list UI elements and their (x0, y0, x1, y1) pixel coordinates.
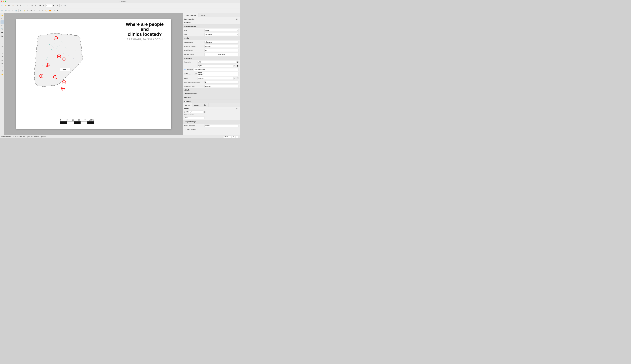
seg-right-input[interactable] (197, 64, 234, 67)
tab-items[interactable]: Items (198, 13, 207, 17)
fit-segment-radio[interactable] (184, 73, 186, 74)
add-arrow-tool[interactable]: ↗ (1, 55, 4, 58)
align-right-tool[interactable]: ⊤ (60, 9, 63, 12)
seg-height-spin[interactable]: ▲▼ (236, 77, 239, 80)
section-units[interactable]: ▼ Units (183, 36, 240, 40)
fit-input-1[interactable] (198, 72, 239, 74)
first-page-button[interactable]: ⏮ (39, 4, 42, 7)
last-page-button[interactable]: ⏭ (56, 4, 59, 7)
move-content-tool[interactable]: ⇱ (1, 24, 4, 27)
tab-item-properties[interactable]: Item Properties (183, 13, 198, 17)
tab-guides[interactable]: Guides (192, 103, 201, 107)
fixed-width-input[interactable] (194, 68, 239, 71)
pan2-tool[interactable]: ✋ (1, 73, 4, 76)
zoom-tool[interactable]: 🔍 (1, 27, 4, 30)
save-button[interactable]: 💾 (8, 4, 11, 7)
pan-tool[interactable]: ✋ (1, 14, 4, 17)
section-export-settings[interactable]: ▼ Export Settings (183, 120, 240, 124)
add-picture-tool[interactable]: 🖼 (1, 35, 4, 38)
seg-height-clear[interactable]: ✕ (234, 77, 236, 80)
layout-y-spin[interactable]: ▲▼ (203, 111, 205, 113)
zoom-full-tool[interactable]: ⬜ (8, 9, 11, 12)
add-legend-tool[interactable]: ≡ (1, 42, 4, 45)
add-scalebar-tool[interactable]: ⊣ (1, 45, 4, 48)
print-button[interactable]: 🖨 (16, 4, 19, 7)
raise-top-tool[interactable]: ⏫ (45, 9, 48, 12)
right-seg-sub-input[interactable] (204, 81, 239, 84)
export-image-button[interactable]: 🖼 (19, 4, 23, 7)
layout-y-input[interactable] (189, 110, 203, 114)
zoom-out-tool[interactable]: 🔎 (4, 9, 7, 12)
seg-left-input[interactable] (197, 61, 236, 64)
map-select[interactable]: Map 1 (204, 29, 239, 32)
seg-right-clear[interactable]: ✕ (234, 65, 236, 67)
map-region[interactable]: Map 1 (21, 26, 122, 114)
zoom-select-tool[interactable]: ⊞ (11, 9, 15, 12)
scalebar-units-select[interactable]: Kilometers (204, 41, 239, 44)
zoom-in-button[interactable]: 🔍 (64, 4, 67, 7)
ungroup-tool[interactable]: ▢ (33, 9, 37, 12)
edit-node-tool[interactable]: ⬡ (1, 69, 4, 72)
fit-segment-label[interactable]: Fit segment width (184, 73, 197, 75)
section-segments[interactable]: ▼ Segments (183, 56, 240, 60)
fixed-width-label[interactable]: Fixed width (184, 69, 193, 70)
add-html-tool[interactable]: </> (1, 65, 4, 68)
panel-close-icon[interactable]: ✕ (237, 18, 239, 20)
tab-layout[interactable]: Layout (183, 103, 192, 107)
maximize-button[interactable] (5, 1, 6, 2)
select2-tool[interactable]: ✥ (1, 20, 4, 24)
minimize-button[interactable] (3, 1, 4, 2)
label-unit-mult-input[interactable] (204, 45, 239, 48)
snap-tolerance-input[interactable] (184, 116, 205, 119)
sub-height-input[interactable] (204, 85, 239, 88)
fit-input-2[interactable] (198, 74, 239, 76)
lower-tool[interactable]: ⬇ (41, 9, 45, 12)
zoom-in-status[interactable]: + (232, 136, 235, 138)
fixed-width-radio[interactable] (184, 69, 186, 70)
panel-detach-icon[interactable]: ⊡ (236, 18, 237, 20)
refresh-tool[interactable]: 🔄 (15, 9, 18, 12)
layout-detach-icon[interactable]: ⊡ (236, 108, 237, 110)
redo-button[interactable]: ↪ (34, 4, 37, 7)
layout-close-icon[interactable]: ✕ (237, 108, 239, 110)
canvas-area[interactable]: Where are people and clinics located? RA… (4, 13, 183, 135)
zoom-out-status[interactable]: - (236, 136, 239, 138)
lower-bottom-tool[interactable]: ⏬ (48, 9, 52, 12)
seg-height-input[interactable] (197, 77, 234, 80)
seg-right-spin[interactable]: ▲▼ (236, 65, 239, 67)
saveas-button[interactable]: 📋 (11, 4, 15, 7)
align-center-tool[interactable]: ⊢ (56, 9, 59, 12)
zoom-input[interactable] (223, 136, 231, 138)
tab-atlas[interactable]: Atlas (201, 103, 208, 107)
print-raster-checkbox[interactable] (185, 129, 187, 130)
export-resolution-select[interactable]: 300 dpi (204, 124, 239, 127)
select-tool[interactable]: ↖ (1, 17, 4, 20)
open-button[interactable]: 📂 (4, 4, 7, 7)
customize-button[interactable]: Customize (204, 53, 239, 56)
lock-tool[interactable]: 🔒 (19, 9, 23, 12)
section-display[interactable]: ▶ Display (183, 88, 240, 92)
add-table-tool[interactable]: ⊞ (1, 62, 4, 65)
panel-scroll[interactable]: ▼ Main Properties Map Map 1 Style Single… (183, 24, 240, 135)
add-shape-tool[interactable]: □ (1, 52, 4, 55)
section-main-properties[interactable]: ▼ Main Properties (183, 24, 240, 28)
section-position-size[interactable]: ▶ Position and Size (183, 92, 240, 96)
add-north-tool[interactable]: ↑ (1, 48, 4, 52)
seg-left-spin[interactable]: ▲▼ (236, 61, 239, 63)
new-button[interactable]: 📄 (1, 4, 4, 7)
snap-spin[interactable]: ▲▼ (205, 117, 207, 119)
align-left-tool[interactable]: ⊣ (53, 9, 56, 12)
add-label-tool[interactable]: T (1, 38, 4, 42)
page-input[interactable]: 1 (46, 4, 52, 7)
zoom-full-button[interactable]: ⤢ (60, 4, 63, 7)
zoom-in-tool[interactable]: 🔍 (1, 9, 4, 12)
select-all-tool[interactable]: ⊡ (26, 9, 29, 12)
add-node-tool[interactable]: ⬡ (1, 58, 4, 62)
close-button[interactable] (1, 1, 2, 2)
prev-page-button[interactable]: ◀ (42, 4, 45, 7)
raise-tool[interactable]: ⬆ (38, 9, 41, 12)
lock2-tool[interactable]: 🔓 (23, 9, 26, 12)
group-tool[interactable]: ▣ (30, 9, 33, 12)
style-select[interactable]: Single Box (204, 33, 239, 36)
label-for-units-input[interactable] (204, 49, 239, 52)
